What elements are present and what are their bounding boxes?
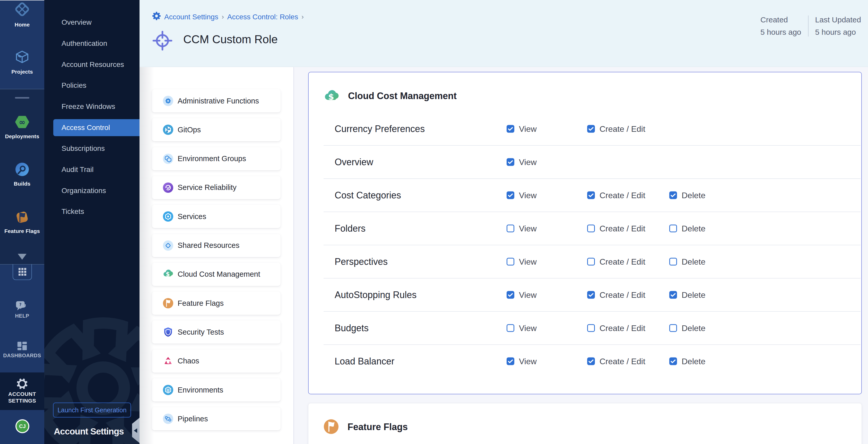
- category-card-chaos[interactable]: Chaos: [152, 350, 281, 373]
- delete-checkbox-checked[interactable]: [669, 357, 677, 365]
- sidebar-collapse-handle[interactable]: [132, 418, 140, 443]
- rail-item-builds[interactable]: Builds: [0, 162, 44, 187]
- permission-cell-create_edit: Create / Edit: [587, 190, 645, 200]
- category-card-feature-flags[interactable]: Feature Flags: [152, 292, 281, 315]
- sidebar-item-subscriptions[interactable]: Subscriptions: [44, 140, 140, 157]
- sidebar-item-organizations[interactable]: Organizations: [44, 182, 140, 199]
- rail-item-feature-flags[interactable]: Feature Flags: [0, 210, 44, 234]
- create_edit-checkbox-checked[interactable]: [587, 291, 595, 299]
- permission-cell-delete: Delete: [669, 323, 706, 333]
- permission-rows: Currency PreferencesViewCreate / EditOve…: [309, 112, 861, 378]
- settings-gear-icon: [152, 11, 161, 22]
- permission-cell-view: View: [506, 190, 537, 200]
- delete-checkbox-checked[interactable]: [669, 291, 677, 299]
- permission-cell-delete: Delete: [669, 257, 706, 266]
- checkbox-label: View: [519, 323, 537, 333]
- view-checkbox-checked[interactable]: [506, 158, 514, 166]
- sidebar-item-freeze-windows[interactable]: Freeze Windows: [44, 98, 140, 115]
- content: Administrative FunctionsGitOpsEnvironmen…: [140, 67, 868, 444]
- category-card-administrative-functions[interactable]: Administrative Functions: [152, 89, 281, 113]
- dashboards-icon: [0, 341, 44, 353]
- rail-item-home[interactable]: Home: [0, 2, 44, 28]
- view-checkbox-unchecked[interactable]: [506, 225, 514, 232]
- category-label: Pipelines: [178, 415, 208, 423]
- rail-item-label: Feature Flags: [0, 228, 44, 234]
- view-checkbox-checked[interactable]: [506, 357, 514, 365]
- create_edit-checkbox-checked[interactable]: [587, 357, 595, 365]
- harness-home-icon: [14, 2, 30, 17]
- rail-divider: [0, 89, 44, 89]
- last-updated-label: Last Updated: [815, 15, 861, 24]
- delete-checkbox-checked[interactable]: [669, 191, 677, 199]
- breadcrumb-account-settings[interactable]: Account Settings: [164, 13, 218, 21]
- sidebar-item-tickets[interactable]: Tickets: [44, 203, 140, 220]
- breadcrumb-separator: ›: [302, 13, 304, 21]
- category-label: Environments: [178, 386, 223, 394]
- permission-label: Load Balancer: [335, 356, 394, 367]
- create_edit-checkbox-unchecked[interactable]: [587, 225, 595, 232]
- cloud-cost-management-card: $ Cloud Cost Management Currency Prefere…: [308, 72, 862, 394]
- sidebar-item-authentication[interactable]: Authentication: [44, 35, 140, 52]
- avatar[interactable]: CJ: [16, 419, 29, 433]
- sidebar-item-audit-trail[interactable]: Audit Trail: [44, 161, 140, 178]
- category-card-security-tests[interactable]: Security Tests: [152, 320, 281, 344]
- created-value: 5 hours ago: [761, 28, 801, 36]
- delete-checkbox-unchecked[interactable]: [669, 225, 677, 232]
- rail-item-help[interactable]: ? HELP: [0, 300, 44, 319]
- rail-item-account-settings[interactable]: [0, 378, 44, 391]
- permission-row-budgets: BudgetsViewCreate / EditDelete: [309, 312, 861, 345]
- sidebar-item-policies[interactable]: Policies: [44, 77, 140, 94]
- sidebar-item-access-control[interactable]: Access Control: [53, 119, 140, 136]
- module-rail: HomeProjects∞DeploymentsBuilds Feature F…: [0, 0, 44, 444]
- checkbox-label: Create / Edit: [599, 323, 645, 333]
- shared-resources-icon: [163, 241, 173, 251]
- cloud-cost-management-icon: $: [324, 90, 339, 102]
- category-card-environments[interactable]: Environments: [152, 378, 281, 402]
- delete-checkbox-unchecked[interactable]: [669, 258, 677, 266]
- create_edit-checkbox-unchecked[interactable]: [587, 324, 595, 332]
- category-card-environment-groups[interactable]: Environment Groups: [152, 147, 281, 170]
- category-card-services[interactable]: Services: [152, 205, 281, 228]
- section-title: Cloud Cost Management: [348, 91, 457, 101]
- last-updated-block: Last Updated 5 hours ago: [815, 15, 861, 36]
- category-card-cloud-cost-management[interactable]: $Cloud Cost Management: [152, 263, 281, 286]
- create_edit-checkbox-unchecked[interactable]: [587, 258, 595, 266]
- sidebar-item-account-resources[interactable]: Account Resources: [44, 56, 140, 73]
- help-icon: ?: [0, 300, 44, 313]
- category-card-service-reliability[interactable]: Service Reliability: [152, 176, 281, 199]
- permission-row-cost-categories: Cost CategoriesViewCreate / EditDelete: [309, 179, 861, 212]
- category-label: Feature Flags: [178, 299, 224, 308]
- view-checkbox-checked[interactable]: [506, 291, 514, 299]
- breadcrumb-access-control-roles[interactable]: Access Control: Roles: [227, 13, 298, 21]
- module-grid-button[interactable]: [12, 264, 32, 280]
- rail-item-projects[interactable]: Projects: [0, 50, 44, 75]
- rail-item-dashboards[interactable]: DASHBOARDS: [0, 341, 44, 358]
- view-checkbox-checked[interactable]: [506, 125, 514, 133]
- checkbox-label: Delete: [682, 356, 706, 366]
- view-checkbox-unchecked[interactable]: [506, 324, 514, 332]
- section-title: Feature Flags: [347, 422, 408, 433]
- admin-functions-icon: [163, 96, 173, 106]
- category-card-gitops[interactable]: GitOps: [152, 118, 281, 141]
- delete-checkbox-unchecked[interactable]: [669, 324, 677, 332]
- permission-cell-view: View: [506, 323, 537, 333]
- view-checkbox-checked[interactable]: [506, 191, 514, 199]
- create_edit-checkbox-checked[interactable]: [587, 191, 595, 199]
- deployments-icon: ∞: [15, 115, 29, 129]
- checkbox-label: Create / Edit: [599, 224, 645, 233]
- create_edit-checkbox-checked[interactable]: [587, 125, 595, 133]
- checkbox-label: View: [519, 257, 537, 266]
- permission-row-folders: FoldersViewCreate / EditDelete: [309, 212, 861, 245]
- rail-item-deployments[interactable]: ∞Deployments: [0, 115, 44, 139]
- category-label: GitOps: [178, 126, 201, 134]
- permission-cell-view: View: [506, 124, 537, 134]
- view-checkbox-unchecked[interactable]: [506, 258, 514, 266]
- launch-first-generation-button[interactable]: Launch First Generation: [53, 403, 131, 417]
- permission-cell-view: View: [506, 290, 537, 299]
- sidebar-item-overview[interactable]: Overview: [44, 14, 140, 31]
- chevron-down-icon[interactable]: [18, 254, 27, 260]
- permission-cell-delete: Delete: [669, 356, 706, 366]
- account-settings-label[interactable]: ACCOUNTSETTINGS: [0, 391, 44, 404]
- category-card-shared-resources[interactable]: Shared Resources: [152, 234, 281, 257]
- category-card-pipelines[interactable]: Pipelines: [152, 407, 281, 431]
